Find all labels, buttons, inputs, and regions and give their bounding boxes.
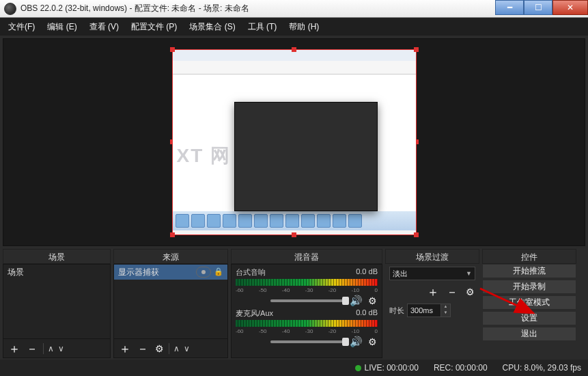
start-recording-button[interactable]: 开始录制 (482, 280, 576, 294)
scene-item[interactable]: 场景 (3, 265, 110, 280)
scenes-list[interactable]: 场景 (3, 264, 111, 339)
visibility-toggle-icon[interactable] (196, 267, 211, 278)
menu-scene-collection[interactable]: 场景集合 (S) (184, 19, 240, 35)
mixer-channel: 台式音响 0.0 dB -60-50-40-30-20-100 🔊 ⚙ (232, 266, 382, 307)
speaker-icon[interactable]: 🔊 (350, 295, 363, 307)
scenes-panel: 场景 场景 ＋ － ∧ ∨ (3, 249, 111, 358)
source-settings-button[interactable]: ⚙ (154, 343, 165, 354)
add-scene-button[interactable]: ＋ (8, 343, 21, 355)
spin-down-icon[interactable]: ▼ (440, 310, 450, 317)
volume-slider[interactable] (270, 299, 346, 302)
window-titlebar: OBS 22.0.2 (32-bit, windows) - 配置文件: 未命名… (0, 0, 588, 18)
controls-panel: 控件 开始推流 开始录制 工作室模式 设置 退出 (482, 249, 576, 358)
menu-tools[interactable]: 工具 (T) (242, 19, 283, 35)
duration-label: 时长 (389, 306, 404, 316)
mixer-header: 混音器 (231, 249, 382, 264)
menu-profile[interactable]: 配置文件 (P) (126, 19, 182, 35)
resize-handle[interactable] (414, 47, 419, 52)
captured-content: XT 网 (173, 75, 416, 211)
mixer-channel-db: 0.0 dB (356, 267, 378, 278)
mixer-settings-icon[interactable]: ⚙ (367, 336, 378, 347)
transitions-header: 场景过渡 (385, 249, 479, 264)
transition-dropdown[interactable]: 淡出 ▼ (389, 267, 475, 280)
audio-meter (236, 320, 378, 327)
status-live: LIVE: 00:00:00 (355, 363, 418, 373)
duration-value: 300ms (410, 306, 433, 314)
mixer-settings-icon[interactable]: ⚙ (367, 295, 378, 306)
chevron-down-icon: ▼ (466, 270, 472, 277)
menu-help[interactable]: 帮助 (H) (283, 19, 324, 35)
resize-handle[interactable] (170, 47, 175, 52)
exit-button[interactable]: 退出 (482, 327, 576, 341)
mixer-channel: 麦克风/Aux 0.0 dB -60-50-40-30-20-100 🔊 ⚙ (232, 307, 382, 348)
menu-edit[interactable]: 编辑 (E) (42, 19, 82, 35)
volume-slider[interactable] (270, 340, 346, 343)
transitions-panel: 场景过渡 淡出 ▼ ＋ － ⚙ 时长 300ms ▲▼ (385, 249, 479, 358)
source-up-button[interactable]: ∧ (173, 344, 180, 353)
sources-header: 来源 (113, 249, 228, 264)
nested-obs-window (234, 102, 378, 211)
scene-down-button[interactable]: ∨ (58, 344, 64, 353)
mixer-panel: 混音器 台式音响 0.0 dB -60-50-40-30-20-100 🔊 ⚙ … (231, 249, 382, 358)
resize-handle[interactable] (292, 232, 296, 237)
sources-list[interactable]: 显示器捕获 🔒 (113, 264, 228, 339)
settings-button[interactable]: 设置 (482, 311, 576, 325)
captured-taskbar (173, 211, 416, 230)
scene-up-button[interactable]: ∧ (48, 344, 54, 353)
window-minimize-button[interactable]: ━ (495, 0, 524, 15)
resize-handle[interactable] (414, 232, 419, 237)
audio-meter (236, 279, 378, 286)
resize-handle[interactable] (170, 232, 175, 237)
watermark-text: XT 网 (177, 143, 232, 169)
source-label: 显示器捕获 (118, 267, 159, 278)
source-down-button[interactable]: ∨ (184, 344, 190, 353)
remove-source-button[interactable]: － (136, 343, 150, 355)
mixer-body: 台式音响 0.0 dB -60-50-40-30-20-100 🔊 ⚙ 麦克风/… (231, 264, 382, 358)
window-close-button[interactable]: ✕ (552, 0, 588, 15)
scenes-header: 场景 (3, 249, 111, 264)
status-rec: REC: 00:00:00 (434, 363, 488, 373)
status-cpu: CPU: 8.0%, 29.03 fps (503, 363, 581, 373)
resize-handle[interactable] (292, 47, 296, 52)
captured-browser-chrome (173, 50, 416, 75)
add-source-button[interactable]: ＋ (118, 343, 132, 355)
speaker-icon[interactable]: 🔊 (350, 336, 363, 348)
transition-selected: 淡出 (393, 269, 408, 279)
mixer-channel-name: 麦克风/Aux (236, 308, 273, 319)
lock-icon[interactable]: 🔒 (214, 267, 223, 277)
transition-settings-icon[interactable]: ⚙ (464, 286, 475, 297)
studio-mode-button[interactable]: 工作室模式 (482, 295, 576, 310)
remove-scene-button[interactable]: － (25, 343, 39, 355)
sources-panel: 来源 显示器捕获 🔒 ＋ － ⚙ ∧ ∨ (113, 249, 228, 358)
selected-source-bounds[interactable]: XT 网 (172, 49, 417, 235)
menu-file[interactable]: 文件(F) (3, 19, 40, 35)
add-transition-button[interactable]: ＋ (426, 286, 440, 298)
duration-spinbox[interactable]: 300ms ▲▼ (407, 304, 451, 317)
app-icon (4, 3, 16, 15)
menu-bar: 文件(F) 编辑 (E) 查看 (V) 配置文件 (P) 场景集合 (S) 工具… (0, 18, 588, 36)
mixer-channel-db: 0.0 dB (356, 308, 378, 319)
controls-header: 控件 (482, 249, 576, 264)
preview-canvas[interactable]: XT 网 (3, 38, 585, 246)
menu-view[interactable]: 查看 (V) (84, 19, 124, 35)
window-maximize-button[interactable]: ☐ (524, 0, 552, 15)
window-title: OBS 22.0.2 (32-bit, windows) - 配置文件: 未命名… (20, 3, 249, 14)
start-streaming-button[interactable]: 开始推流 (482, 264, 576, 278)
remove-transition-button[interactable]: － (445, 286, 459, 298)
status-bar: LIVE: 00:00:00 REC: 00:00:00 CPU: 8.0%, … (0, 360, 588, 376)
spin-up-icon[interactable]: ▲ (440, 304, 450, 310)
live-indicator-icon (355, 365, 361, 371)
source-item[interactable]: 显示器捕获 🔒 (114, 265, 227, 280)
transitions-body: 淡出 ▼ ＋ － ⚙ 时长 300ms ▲▼ (385, 264, 479, 358)
mixer-channel-name: 台式音响 (236, 267, 266, 278)
